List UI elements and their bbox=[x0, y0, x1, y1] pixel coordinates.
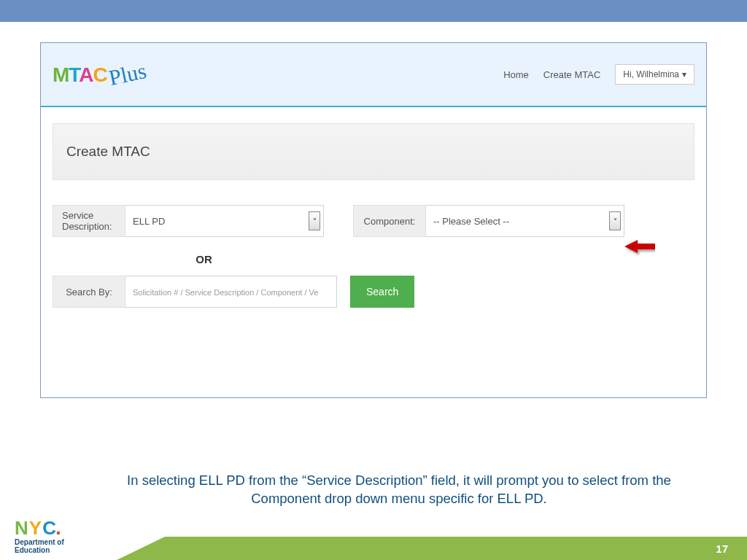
slide-top-bar bbox=[0, 0, 747, 22]
nav-home-link[interactable]: Home bbox=[503, 69, 529, 80]
page-number: 17 bbox=[716, 542, 728, 555]
form-row-selects: Service Description: ˅ Component: ˅ bbox=[53, 205, 694, 237]
user-dropdown[interactable]: Hi, Wilhelmina ▾ bbox=[615, 64, 694, 85]
svg-marker-0 bbox=[624, 240, 655, 253]
chevron-down-icon[interactable]: ˅ bbox=[609, 211, 621, 230]
component-value[interactable] bbox=[426, 206, 624, 236]
app-screenshot-panel: MTAC Plus Home Create MTAC Hi, Wilhelmin… bbox=[40, 42, 707, 398]
nyc-mark: NYC. bbox=[15, 518, 88, 537]
service-description-field: Service Description: ˅ bbox=[53, 205, 324, 237]
component-field: Component: ˅ bbox=[353, 205, 624, 237]
search-button[interactable]: Search bbox=[350, 276, 414, 308]
logo-letter-t: T bbox=[69, 63, 79, 86]
slide-caption: In selecting ELL PD from the “Service De… bbox=[95, 472, 703, 508]
page-title: Create MTAC bbox=[53, 123, 694, 180]
header-right: Home Create MTAC Hi, Wilhelmina ▾ bbox=[503, 64, 694, 85]
logo-plus-script: Plus bbox=[107, 58, 149, 90]
arrow-annotation-icon bbox=[623, 237, 655, 256]
search-by-field: Search By: bbox=[53, 276, 337, 308]
chevron-down-icon[interactable]: ˅ bbox=[309, 211, 320, 230]
service-description-value[interactable] bbox=[125, 206, 323, 236]
component-select[interactable]: ˅ bbox=[426, 205, 624, 237]
search-by-input[interactable] bbox=[125, 276, 336, 307]
service-description-label: Service Description: bbox=[53, 205, 125, 237]
search-by-input-wrap bbox=[125, 276, 337, 308]
footer-angle bbox=[117, 537, 165, 560]
chevron-down-icon: ▾ bbox=[682, 69, 686, 79]
mtac-plus-logo: MTAC Plus bbox=[53, 62, 147, 87]
search-by-label: Search By: bbox=[53, 276, 125, 308]
nav-create-mtac-link[interactable]: Create MTAC bbox=[543, 69, 601, 80]
app-body: Create MTAC Service Description: ˅ Compo… bbox=[41, 107, 706, 315]
app-header: MTAC Plus Home Create MTAC Hi, Wilhelmin… bbox=[41, 43, 706, 107]
footer-bar: 17 bbox=[0, 537, 747, 560]
or-separator: OR bbox=[53, 253, 355, 265]
page-title-text: Create MTAC bbox=[66, 144, 150, 160]
component-label: Component: bbox=[353, 205, 426, 237]
logo-mtac: MTAC bbox=[53, 63, 107, 87]
logo-letter-m: M bbox=[53, 63, 69, 86]
search-row: Search By: Search bbox=[53, 276, 694, 308]
logo-letter-c: C bbox=[93, 63, 107, 86]
service-description-select[interactable]: ˅ bbox=[125, 205, 324, 237]
logo-letter-a: A bbox=[79, 63, 93, 86]
footer-fill: 17 bbox=[165, 537, 747, 560]
user-label: Hi, Wilhelmina bbox=[623, 69, 679, 79]
